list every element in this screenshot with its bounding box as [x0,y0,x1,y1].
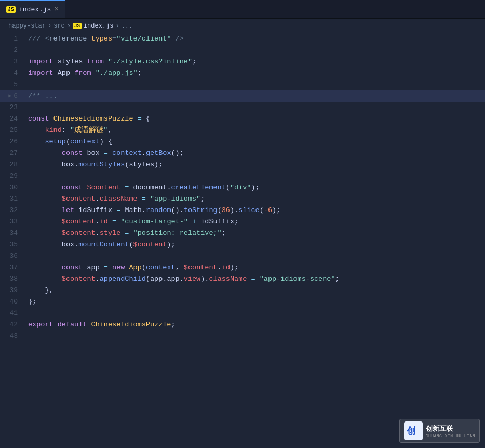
line-29: 29 [0,170,485,182]
line-23: 23 [0,102,485,113]
breadcrumb-src: src [53,22,65,30]
line-4: 4 import App from "./app.js"; [0,68,485,79]
line-number-33: 33 [0,216,26,228]
line-1: 1 /// <reference types="vite/client" /> [0,33,485,45]
editor: 1 /// <reference types="vite/client" /> … [0,33,485,448]
watermark-sub: CHUANG XIN HU LIAN [426,433,475,438]
line-32: 32 let idSuffix = Math.random().toString… [0,205,485,216]
line-content-24: const ChineseIdiomsPuzzle = { [26,113,485,125]
line-26: 26 setup(context) { [0,136,485,148]
line-content-43 [26,331,485,342]
line-number-3: 3 [0,56,26,68]
line-number-42: 42 [0,319,26,331]
line-41: 41 [0,308,485,319]
line-number-37: 37 [0,262,26,273]
breadcrumb: happy-star › src › JS index.js › ... [0,19,485,33]
line-35: 35 box.mountContent($content); [0,239,485,251]
line-content-1: /// <reference types="vite/client" /> [26,33,485,45]
line-42: 42 export default ChineseIdiomsPuzzle; [0,319,485,331]
line-31: 31 $content.className = "app-idioms"; [0,193,485,205]
line-number-40: 40 [0,296,26,308]
line-5: 5 [0,79,485,90]
watermark: 创 创新互联 CHUANG XIN HU LIAN [399,419,480,443]
line-number-35: 35 [0,239,26,251]
line-content-42: export default ChineseIdiomsPuzzle; [26,319,485,331]
breadcrumb-sep3: › [115,22,119,30]
line-number-5: 5 [0,79,26,90]
watermark-main: 创新互联 [426,424,475,433]
line-36: 36 [0,251,485,262]
collapse-arrow-icon[interactable]: ▶ [8,90,11,102]
line-number-29: 29 [0,170,26,182]
line-number-43: 43 [0,331,26,342]
line-number-27: 27 [0,148,26,159]
line-number-28: 28 [0,159,26,170]
line-27: 27 const box = context.getBox(); [0,148,485,159]
line-content-31: $content.className = "app-idioms"; [26,193,485,205]
line-content-32: let idSuffix = Math.random().toString(36… [26,205,485,216]
line-content-6: /** ... [26,90,485,102]
line-content-29 [26,170,485,182]
line-content-26: setup(context) { [26,136,485,148]
line-number-26: 26 [0,136,26,148]
line-content-30: const $content = document.createElement(… [26,182,485,193]
line-content-40: }; [26,296,485,308]
line-content-27: const box = context.getBox(); [26,148,485,159]
line-number-23: 23 [0,102,26,113]
breadcrumb-dots: ... [122,22,133,30]
line-3: 3 import styles from "./style.css?inline… [0,56,485,68]
line-number-41: 41 [0,308,26,319]
line-number-36: 36 [0,251,26,262]
line-33: 33 $content.id = "custom-target-" + idSu… [0,216,485,228]
line-2: 2 [0,45,485,56]
line-content-38: $content.appendChild(app.app.view).class… [26,273,485,285]
close-icon[interactable]: × [54,6,58,13]
line-content-37: const app = new App(context, $content.id… [26,262,485,273]
line-28: 28 box.mountStyles(styles); [0,159,485,170]
line-content-33: $content.id = "custom-target-" + idSuffi… [26,216,485,228]
line-number-34: 34 [0,228,26,239]
tab-index-js[interactable]: JS index.js × [0,0,65,18]
line-39: 39 }, [0,285,485,296]
line-content-5 [26,79,485,90]
breadcrumb-file: index.js [84,22,114,30]
breadcrumb-project: happy-star [8,22,46,30]
line-25: 25 kind: "成语解谜", [0,125,485,136]
line-43: 43 [0,331,485,342]
svg-text:创: 创 [406,426,416,437]
line-content-28: box.mountStyles(styles); [26,159,485,170]
line-number-38: 38 [0,273,26,285]
line-number-39: 39 [0,285,26,296]
breadcrumb-js-badge: JS [73,23,82,29]
line-content-41 [26,308,485,319]
line-number-6: ▶ 6 [0,90,26,102]
line-content-4: import App from "./app.js"; [26,68,485,79]
line-content-39: }, [26,285,485,296]
line-number-24: 24 [0,113,26,125]
line-30: 30 const $content = document.createEleme… [0,182,485,193]
watermark-logo-icon: 创 [404,421,423,440]
line-number-30: 30 [0,182,26,193]
line-number-25: 25 [0,125,26,136]
breadcrumb-sep2: › [67,22,71,30]
line-number-1: 1 [0,33,26,45]
line-34: 34 $content.style = "position: relative;… [0,228,485,239]
line-content-35: box.mountContent($content); [26,239,485,251]
line-37: 37 const app = new App(context, $content… [0,262,485,273]
line-number-4: 4 [0,68,26,79]
js-icon: JS [6,6,16,13]
tab-bar: JS index.js × [0,0,485,19]
line-number-32: 32 [0,205,26,216]
line-38: 38 $content.appendChild(app.app.view).cl… [0,273,485,285]
line-6: ▶ 6 /** ... [0,90,485,102]
line-24: 24 const ChineseIdiomsPuzzle = { [0,113,485,125]
line-content-2 [26,45,485,56]
tab-filename: index.js [19,6,51,14]
line-number-31: 31 [0,193,26,205]
watermark-text: 创新互联 CHUANG XIN HU LIAN [426,424,475,438]
line-content-25: kind: "成语解谜", [26,125,485,136]
line-content-36 [26,251,485,262]
line-number-2: 2 [0,45,26,56]
code-area[interactable]: 1 /// <reference types="vite/client" /> … [0,33,485,448]
line-content-34: $content.style = "position: relative;"; [26,228,485,239]
